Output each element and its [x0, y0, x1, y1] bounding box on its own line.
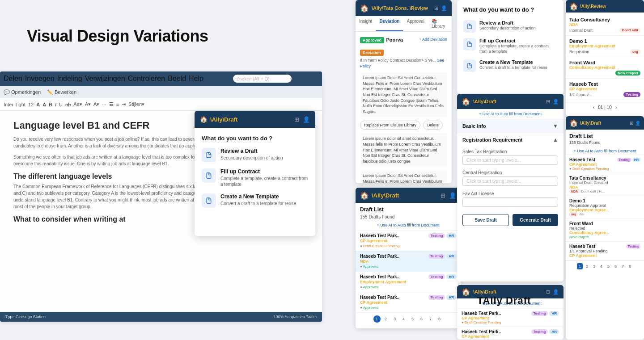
menu-comments[interactable]: 💬 Opmerkingen — [4, 89, 41, 95]
format-more[interactable]: ··· — [102, 102, 106, 107]
prev-page-icon[interactable]: ‹ — [593, 105, 594, 110]
dlp-page-7[interactable]: 7 — [620, 263, 626, 269]
format-bold3[interactable]: B — [49, 102, 52, 107]
review-draft-icon — [202, 148, 216, 162]
tata-item-cat-1: Requisition — [569, 50, 589, 54]
format-bold[interactable]: A — [36, 102, 40, 107]
search-bar[interactable]: Zoeken (Alt + Q) — [233, 75, 292, 83]
draft-item-2[interactable]: Haseeb Test Park.. Testing HR Employment… — [356, 271, 461, 292]
toolbar-tab-delen[interactable]: Delen — [4, 75, 22, 83]
tab-library[interactable]: 📚 Library — [428, 16, 452, 31]
page-1[interactable]: 1 — [373, 315, 381, 323]
toolbar-tab-beeld[interactable]: Beeld — [168, 75, 186, 83]
dlp-item-3[interactable]: Front Ward Rejected Consultancy Agree...… — [566, 219, 644, 242]
house-icon-dlp: 🏠 — [569, 119, 578, 127]
dlp-page-2[interactable]: 2 — [584, 263, 590, 269]
page-8[interactable]: 8 — [436, 315, 443, 323]
dlp-item-2[interactable]: Demo 1 Requisition Approval Employment A… — [566, 196, 644, 219]
new-template-title: Create a New Template — [220, 193, 296, 200]
tata-list-panel: 🏠 \Ally\Review Tata Consultancy NDA Inte… — [566, 0, 644, 116]
save-draft-btn[interactable]: Save Draft — [462, 214, 509, 226]
format-indent[interactable]: ⇥ — [122, 101, 126, 107]
house-icon-dev: 🏠 — [360, 4, 369, 13]
dlp-item-meta-2: org dor — [569, 212, 640, 216]
basic-info-section[interactable]: Basic Info ▼ — [457, 119, 564, 133]
tata-item-1[interactable]: Demo 1 Employment Agreement Requisition … — [566, 36, 644, 57]
menu-edit[interactable]: ✏️ Bewerken — [47, 89, 76, 95]
dlp-item-type-3: Consultancy Agree... — [569, 231, 640, 235]
fav-act-label: Fav Act License — [462, 191, 558, 196]
add-deviation-btn[interactable]: + Add Deviation — [419, 37, 447, 42]
adl-item-1[interactable]: Haseeb Test Park.. Testing HR CP Agreeme… — [457, 327, 564, 340]
draft-item-0[interactable]: Haseeb Test Park.. Testing HR CP Agreeme… — [356, 230, 461, 251]
toolbar-tab-verwijzingen[interactable]: Verwijzingen — [85, 75, 125, 83]
tata-item-3[interactable]: Haseeb Test CP Agreement 1/1 Approv... T… — [566, 79, 644, 100]
dlp-item-extra-2: dor — [579, 212, 585, 216]
central-reg-input[interactable] — [462, 176, 558, 186]
dlp-page-6[interactable]: 6 — [613, 263, 619, 269]
tata-item-2[interactable]: Front Ward Consultancy Agreement New Pro… — [566, 57, 644, 79]
format-italic[interactable]: I — [55, 102, 56, 107]
page-2[interactable]: 2 — [382, 315, 390, 323]
generate-draft-btn[interactable]: Generate Draft — [513, 214, 558, 226]
dlp-autofill-btn[interactable]: + Use AI to Auto fill from Document — [566, 147, 644, 155]
action-new-template[interactable]: Create a New Template Convert a draft to… — [202, 193, 308, 208]
draft-item-1[interactable]: Haseeb Test Park.. Testing HR NDA ● Appr… — [356, 251, 461, 271]
format-strikethrough[interactable]: ab — [65, 102, 71, 107]
font-size[interactable]: 12 — [28, 102, 34, 107]
toolbar-tab-indeling[interactable]: Indeling — [57, 75, 82, 83]
tab-approval[interactable]: Approval — [403, 16, 428, 31]
fav-act-input[interactable] — [462, 197, 558, 207]
adl-tag-t-0: Testing — [531, 311, 548, 316]
page-5[interactable]: 5 — [409, 315, 416, 323]
reg-autofill-btn[interactable]: + Use AI to Auto fill from Document — [457, 109, 564, 119]
toolbar-tab-controleren[interactable]: Controleren — [128, 75, 165, 83]
adl-item-0[interactable]: Haseeb Test Park.. Testing HR CP Agreeme… — [457, 308, 564, 327]
ally-draft-modal2-header: 🏠 \Ally\Draft ⊞ 👤 — [356, 188, 461, 203]
dlp-item-4[interactable]: Haseeb Test Testing 1/1 Approval Pending… — [566, 242, 644, 260]
action-review-draft[interactable]: Review a Draft Secondary description of … — [202, 148, 308, 162]
dlp-item-name-1: Tata Consultancy — [569, 176, 640, 180]
dlp-page-1[interactable]: 1 — [577, 263, 583, 269]
page-3[interactable]: 3 — [391, 315, 398, 323]
page-6[interactable]: 6 — [418, 315, 425, 323]
format-bold2[interactable]: A — [42, 102, 46, 107]
tab-deviation[interactable]: Deviation — [376, 16, 403, 31]
dlp-page-5[interactable]: 5 — [606, 263, 611, 269]
format-color[interactable]: A▾ — [93, 101, 99, 107]
dlp-item-meta-1: NDA Don't edit | H... — [569, 189, 640, 193]
next-page-icon[interactable]: › — [615, 105, 617, 110]
dlp-item-1[interactable]: Tata Consultancy Internal Draft Created … — [566, 173, 644, 196]
format-underline[interactable]: U — [59, 102, 63, 107]
dlp-item-0[interactable]: Haseeb Test Testing HR CP Agreement ● Dr… — [566, 155, 644, 173]
replace-clause-btn[interactable]: Replace From Clause Library — [360, 121, 420, 130]
format-aa[interactable]: Aa▾ — [73, 101, 82, 107]
page-4[interactable]: 4 — [400, 315, 407, 323]
wd-action-fill[interactable]: Fill up Contract Complete a template, cr… — [457, 35, 564, 57]
format-list[interactable]: ≡ — [116, 102, 119, 107]
tab-insight[interactable]: Insight — [356, 16, 376, 31]
tata-item-name-3: Haseeb Test — [569, 81, 640, 87]
reg-req-section[interactable]: Registration Requirement ▲ — [457, 133, 564, 147]
toolbar-tab-help[interactable]: Help — [189, 75, 203, 83]
format-align[interactable]: ☰ — [109, 101, 114, 107]
sales-tax-input[interactable] — [462, 155, 558, 165]
format-highlight[interactable]: A▾ — [85, 101, 91, 107]
wd-action-template[interactable]: Create a New Template Convert a draft to… — [457, 57, 564, 75]
dlp-page-8[interactable]: 8 — [627, 263, 633, 269]
wd-action-review[interactable]: Review a Draft Secondary description of … — [457, 17, 564, 35]
style-select[interactable]: Stijlen▾ — [128, 101, 144, 107]
font-family[interactable]: Inter Tight — [4, 102, 25, 107]
dlp-pagination: 1 2 3 4 5 6 7 8 — [566, 260, 644, 272]
delete-btn[interactable]: Delete — [423, 121, 443, 130]
tata-item-0[interactable]: Tata Consultancy NDA Internal Draft Don'… — [566, 14, 644, 36]
dlp-page-4[interactable]: 4 — [598, 263, 604, 269]
autofill-btn-m2[interactable]: + Use AI to Auto fill from Document — [356, 222, 461, 230]
doc-editor-menu: 💬 Opmerkingen ✏️ Bewerken — [0, 86, 322, 98]
page-7[interactable]: 7 — [427, 315, 434, 323]
draft-item-3[interactable]: Haseeb Test Park.. Testing HR CP Agreeme… — [356, 292, 461, 312]
toolbar-tab-invoegen[interactable]: Invoegen — [25, 75, 55, 83]
dlp-page-3[interactable]: 3 — [591, 263, 597, 269]
action-fill-contract[interactable]: Fill up Contract Complete a template, cr… — [202, 168, 308, 187]
draft-item-tags-2: Testing HR — [428, 274, 456, 279]
